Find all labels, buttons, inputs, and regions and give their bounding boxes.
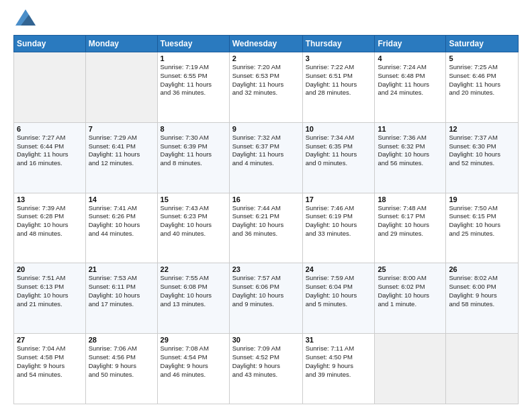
day-info: Sunrise: 7:06 AM Sunset: 4:56 PM Dayligh… xyxy=(89,345,154,379)
day-info: Sunrise: 7:44 AM Sunset: 6:21 PM Dayligh… xyxy=(232,204,300,238)
week-row-2: 13Sunrise: 7:39 AM Sunset: 6:28 PM Dayli… xyxy=(14,193,519,263)
day-cell: 14Sunrise: 7:41 AM Sunset: 6:26 PM Dayli… xyxy=(85,193,157,263)
day-number: 27 xyxy=(17,336,83,344)
day-number: 19 xyxy=(449,195,515,203)
day-info: Sunrise: 7:36 AM Sunset: 6:32 PM Dayligh… xyxy=(378,134,443,168)
day-number: 22 xyxy=(161,265,226,273)
day-info: Sunrise: 7:25 AM Sunset: 6:46 PM Dayligh… xyxy=(449,63,515,97)
day-number: 29 xyxy=(161,336,226,344)
day-info: Sunrise: 7:30 AM Sunset: 6:39 PM Dayligh… xyxy=(161,134,226,168)
day-cell: 15Sunrise: 7:43 AM Sunset: 6:23 PM Dayli… xyxy=(157,193,229,263)
day-cell: 1Sunrise: 7:19 AM Sunset: 6:55 PM Daylig… xyxy=(157,52,229,123)
weekday-sunday: Sunday xyxy=(14,36,86,52)
day-number: 16 xyxy=(232,195,300,203)
day-info: Sunrise: 7:39 AM Sunset: 6:28 PM Dayligh… xyxy=(17,204,83,238)
day-cell: 4Sunrise: 7:24 AM Sunset: 6:48 PM Daylig… xyxy=(375,52,446,123)
day-info: Sunrise: 7:55 AM Sunset: 6:08 PM Dayligh… xyxy=(161,274,226,308)
day-info: Sunrise: 7:41 AM Sunset: 6:26 PM Dayligh… xyxy=(89,204,154,238)
day-number: 21 xyxy=(89,265,154,273)
day-cell xyxy=(14,52,86,123)
calendar-page: SundayMondayTuesdayWednesdayThursdayFrid… xyxy=(0,0,532,411)
day-number: 9 xyxy=(232,125,300,133)
day-number: 24 xyxy=(306,265,372,273)
day-cell xyxy=(446,334,519,404)
day-info: Sunrise: 7:50 AM Sunset: 6:15 PM Dayligh… xyxy=(449,204,515,238)
day-info: Sunrise: 7:51 AM Sunset: 6:13 PM Dayligh… xyxy=(17,274,83,308)
day-cell: 24Sunrise: 7:59 AM Sunset: 6:04 PM Dayli… xyxy=(302,263,375,334)
day-cell: 2Sunrise: 7:20 AM Sunset: 6:53 PM Daylig… xyxy=(229,52,302,123)
weekday-saturday: Saturday xyxy=(446,36,519,52)
day-number: 2 xyxy=(232,54,300,62)
weekday-tuesday: Tuesday xyxy=(157,36,229,52)
day-number: 30 xyxy=(232,336,300,344)
day-number: 6 xyxy=(17,125,83,133)
day-info: Sunrise: 7:24 AM Sunset: 6:48 PM Dayligh… xyxy=(378,63,443,97)
header xyxy=(13,11,519,28)
day-info: Sunrise: 7:59 AM Sunset: 6:04 PM Dayligh… xyxy=(306,274,372,308)
day-info: Sunrise: 7:09 AM Sunset: 4:52 PM Dayligh… xyxy=(232,345,300,379)
week-row-0: 1Sunrise: 7:19 AM Sunset: 6:55 PM Daylig… xyxy=(14,52,519,123)
calendar-table: SundayMondayTuesdayWednesdayThursdayFrid… xyxy=(13,35,519,404)
day-number: 13 xyxy=(17,195,83,203)
day-number: 11 xyxy=(378,125,443,133)
weekday-thursday: Thursday xyxy=(302,36,375,52)
day-cell: 20Sunrise: 7:51 AM Sunset: 6:13 PM Dayli… xyxy=(14,263,86,334)
day-info: Sunrise: 7:43 AM Sunset: 6:23 PM Dayligh… xyxy=(161,204,226,238)
day-cell xyxy=(375,334,446,404)
day-number: 5 xyxy=(449,54,515,62)
day-cell: 19Sunrise: 7:50 AM Sunset: 6:15 PM Dayli… xyxy=(446,193,519,263)
day-info: Sunrise: 7:19 AM Sunset: 6:55 PM Dayligh… xyxy=(161,63,226,97)
weekday-wednesday: Wednesday xyxy=(229,36,302,52)
day-cell: 13Sunrise: 7:39 AM Sunset: 6:28 PM Dayli… xyxy=(14,193,86,263)
logo xyxy=(13,11,36,28)
day-info: Sunrise: 7:53 AM Sunset: 6:11 PM Dayligh… xyxy=(89,274,154,308)
week-row-3: 20Sunrise: 7:51 AM Sunset: 6:13 PM Dayli… xyxy=(14,263,519,334)
day-number: 7 xyxy=(89,125,154,133)
day-cell: 28Sunrise: 7:06 AM Sunset: 4:56 PM Dayli… xyxy=(85,334,157,404)
day-number: 17 xyxy=(306,195,372,203)
day-number: 4 xyxy=(378,54,443,62)
day-cell: 12Sunrise: 7:37 AM Sunset: 6:30 PM Dayli… xyxy=(446,122,519,193)
day-cell: 7Sunrise: 7:29 AM Sunset: 6:41 PM Daylig… xyxy=(85,122,157,193)
day-info: Sunrise: 7:27 AM Sunset: 6:44 PM Dayligh… xyxy=(17,134,83,168)
day-info: Sunrise: 7:20 AM Sunset: 6:53 PM Dayligh… xyxy=(232,63,300,97)
day-number: 28 xyxy=(89,336,154,344)
day-info: Sunrise: 7:32 AM Sunset: 6:37 PM Dayligh… xyxy=(232,134,300,168)
day-number: 1 xyxy=(161,54,226,62)
weekday-header-row: SundayMondayTuesdayWednesdayThursdayFrid… xyxy=(14,36,519,52)
day-cell: 5Sunrise: 7:25 AM Sunset: 6:46 PM Daylig… xyxy=(446,52,519,123)
week-row-1: 6Sunrise: 7:27 AM Sunset: 6:44 PM Daylig… xyxy=(14,122,519,193)
day-info: Sunrise: 8:00 AM Sunset: 6:02 PM Dayligh… xyxy=(378,274,443,308)
day-number: 23 xyxy=(232,265,300,273)
day-cell: 22Sunrise: 7:55 AM Sunset: 6:08 PM Dayli… xyxy=(157,263,229,334)
day-info: Sunrise: 7:48 AM Sunset: 6:17 PM Dayligh… xyxy=(378,204,443,238)
day-info: Sunrise: 7:22 AM Sunset: 6:51 PM Dayligh… xyxy=(306,63,372,97)
day-info: Sunrise: 7:46 AM Sunset: 6:19 PM Dayligh… xyxy=(306,204,372,238)
day-cell: 17Sunrise: 7:46 AM Sunset: 6:19 PM Dayli… xyxy=(302,193,375,263)
logo-icon xyxy=(15,9,36,28)
day-info: Sunrise: 7:57 AM Sunset: 6:06 PM Dayligh… xyxy=(232,274,300,308)
day-info: Sunrise: 8:02 AM Sunset: 6:00 PM Dayligh… xyxy=(449,274,515,308)
day-number: 25 xyxy=(378,265,443,273)
week-row-4: 27Sunrise: 7:04 AM Sunset: 4:58 PM Dayli… xyxy=(14,334,519,404)
day-cell: 23Sunrise: 7:57 AM Sunset: 6:06 PM Dayli… xyxy=(229,263,302,334)
day-cell: 3Sunrise: 7:22 AM Sunset: 6:51 PM Daylig… xyxy=(302,52,375,123)
day-number: 8 xyxy=(161,125,226,133)
day-number: 15 xyxy=(161,195,226,203)
day-number: 20 xyxy=(17,265,83,273)
day-cell: 25Sunrise: 8:00 AM Sunset: 6:02 PM Dayli… xyxy=(375,263,446,334)
day-cell: 8Sunrise: 7:30 AM Sunset: 6:39 PM Daylig… xyxy=(157,122,229,193)
day-cell: 10Sunrise: 7:34 AM Sunset: 6:35 PM Dayli… xyxy=(302,122,375,193)
day-number: 18 xyxy=(378,195,443,203)
day-info: Sunrise: 7:04 AM Sunset: 4:58 PM Dayligh… xyxy=(17,345,83,379)
day-info: Sunrise: 7:29 AM Sunset: 6:41 PM Dayligh… xyxy=(89,134,154,168)
day-info: Sunrise: 7:08 AM Sunset: 4:54 PM Dayligh… xyxy=(161,345,226,379)
day-number: 12 xyxy=(449,125,515,133)
day-info: Sunrise: 7:37 AM Sunset: 6:30 PM Dayligh… xyxy=(449,134,515,168)
day-info: Sunrise: 7:11 AM Sunset: 4:50 PM Dayligh… xyxy=(306,345,372,379)
day-number: 31 xyxy=(306,336,372,344)
day-cell: 26Sunrise: 8:02 AM Sunset: 6:00 PM Dayli… xyxy=(446,263,519,334)
day-cell: 30Sunrise: 7:09 AM Sunset: 4:52 PM Dayli… xyxy=(229,334,302,404)
day-cell: 21Sunrise: 7:53 AM Sunset: 6:11 PM Dayli… xyxy=(85,263,157,334)
day-number: 3 xyxy=(306,54,372,62)
